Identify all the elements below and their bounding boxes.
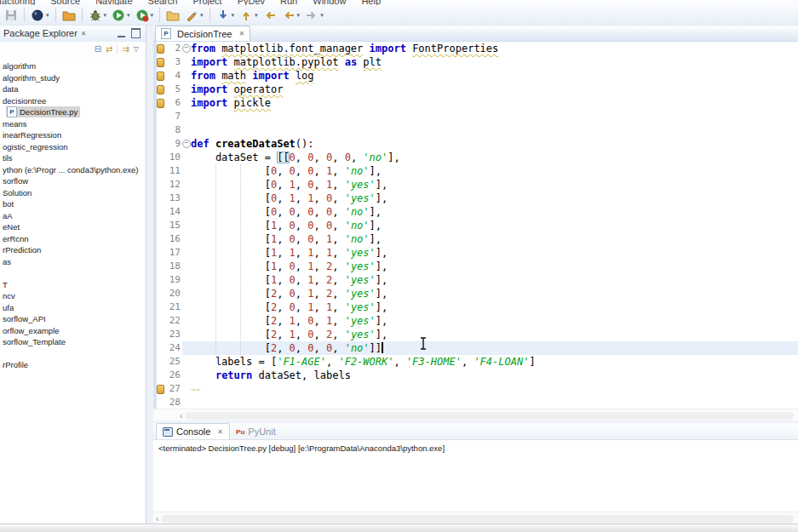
fold-column[interactable] bbox=[182, 96, 191, 110]
tree-item[interactable]: tils bbox=[0, 152, 146, 164]
search-icon[interactable]: ▾ bbox=[183, 7, 205, 24]
fold-column[interactable] bbox=[182, 69, 191, 83]
dropdown-arrow-icon[interactable]: ▾ bbox=[200, 12, 204, 19]
code-line[interactable]: 12 [0, 1, 0, 1, 'yes'], bbox=[153, 178, 798, 192]
tree-item[interactable]: rProfile bbox=[0, 359, 146, 371]
close-icon[interactable]: ✕ bbox=[217, 428, 223, 436]
tree-item[interactable]: PDecisionTree.py bbox=[0, 106, 146, 118]
link-with-editor-icon[interactable]: ⇄ bbox=[106, 45, 112, 54]
minimize-icon[interactable] bbox=[118, 29, 125, 37]
code-editor[interactable]: 2−from matplotlib.font_manager import Fo… bbox=[153, 42, 798, 409]
code-line[interactable]: 7 bbox=[153, 110, 798, 123]
tree-item[interactable]: T bbox=[0, 279, 146, 291]
tree-item[interactable]: sorflow_API bbox=[0, 313, 146, 325]
tree-item[interactable]: sorflow bbox=[0, 175, 146, 187]
collapse-all-icon[interactable]: ⊟ bbox=[95, 45, 101, 54]
fold-column[interactable] bbox=[182, 341, 191, 355]
tab-console[interactable]: Console✕ bbox=[156, 423, 230, 439]
tree-item[interactable]: bot bbox=[0, 198, 146, 210]
scrollbar-track[interactable] bbox=[162, 515, 794, 523]
fold-column[interactable] bbox=[182, 55, 191, 69]
tree-item[interactable]: as bbox=[0, 256, 146, 268]
dropdown-arrow-icon[interactable]: ▾ bbox=[127, 12, 130, 19]
tree-item[interactable] bbox=[0, 267, 146, 279]
fold-column[interactable] bbox=[182, 355, 191, 369]
code-line[interactable]: 16 [1, 0, 0, 1, 'no'], bbox=[153, 232, 798, 246]
debug-icon[interactable]: ▾ bbox=[87, 7, 109, 24]
code-line[interactable]: 10 dataSet = [[0, 0, 0, 0, 'no'], bbox=[153, 151, 798, 164]
collapse-icon[interactable]: − bbox=[182, 140, 191, 148]
tab-decisiontree[interactable]: P DecisionTree ✕ bbox=[155, 26, 250, 41]
scrollbar-track[interactable] bbox=[186, 412, 794, 420]
close-icon[interactable]: ✕ bbox=[238, 30, 244, 37]
dropdown-arrow-icon[interactable]: ▾ bbox=[320, 12, 324, 19]
tree-item[interactable]: aA bbox=[0, 210, 146, 222]
open-resource-icon[interactable] bbox=[164, 7, 181, 24]
fold-column[interactable] bbox=[182, 178, 191, 192]
code-line[interactable]: 24 [2, 0, 0, 0, 'no']] bbox=[153, 341, 798, 355]
dropdown-arrow-icon[interactable]: ▾ bbox=[255, 12, 258, 19]
tree-item[interactable]: means bbox=[0, 118, 146, 130]
previous-annotation-icon[interactable]: ▾ bbox=[238, 7, 260, 24]
tree-item[interactable] bbox=[0, 348, 146, 360]
code-line[interactable]: 23 [2, 1, 0, 2, 'yes'], bbox=[153, 328, 798, 341]
dropdown-arrow-icon[interactable]: ▾ bbox=[151, 12, 154, 19]
coverage-icon[interactable]: ▾ bbox=[134, 7, 156, 24]
code-line[interactable]: 27~~ bbox=[153, 382, 798, 396]
fold-column[interactable] bbox=[182, 205, 191, 219]
code-line[interactable]: 11 [0, 0, 0, 1, 'no'], bbox=[153, 164, 798, 178]
code-line[interactable]: 4from math import log bbox=[153, 69, 798, 83]
code-line[interactable]: 20 [2, 0, 1, 2, 'yes'], bbox=[153, 287, 798, 300]
tree-item[interactable]: ogistic_regression bbox=[0, 141, 146, 153]
editor-horizontal-scrollbar[interactable]: ‹ bbox=[153, 409, 798, 421]
code-line[interactable]: 14 [0, 0, 0, 0, 'no'], bbox=[153, 205, 798, 219]
code-line[interactable]: 26 return dataSet, labels bbox=[153, 369, 798, 382]
tree-item[interactable]: orflow_example bbox=[0, 325, 146, 337]
maximize-icon[interactable] bbox=[131, 28, 141, 38]
tree-item[interactable]: algorithm_study bbox=[0, 72, 146, 84]
run-icon[interactable]: ▾ bbox=[110, 7, 132, 24]
code-line[interactable]: 21 [2, 0, 1, 1, 'yes'], bbox=[153, 300, 798, 314]
back-icon[interactable]: ▾ bbox=[280, 7, 302, 24]
profile-icon[interactable]: ▾ bbox=[29, 7, 51, 24]
code-line[interactable]: 18 [1, 0, 1, 2, 'yes'], bbox=[153, 260, 798, 273]
tab-pyunit[interactable]: PuPyUnit bbox=[230, 424, 282, 439]
package-explorer-tab[interactable]: Package Explorer ✕ bbox=[0, 26, 146, 42]
open-folder-icon[interactable] bbox=[60, 7, 78, 24]
dropdown-arrow-icon[interactable]: ▾ bbox=[46, 12, 49, 19]
tree-item[interactable]: decisiontree bbox=[0, 95, 146, 107]
tree-item[interactable]: ncv bbox=[0, 290, 146, 302]
fold-column[interactable] bbox=[182, 328, 191, 341]
tree-item[interactable]: inearRegression bbox=[0, 129, 146, 141]
tree-item[interactable]: rPrediction bbox=[0, 244, 146, 256]
dropdown-arrow-icon[interactable]: ▾ bbox=[104, 12, 107, 19]
fold-column[interactable] bbox=[182, 123, 191, 137]
code-line[interactable]: 15 [1, 0, 0, 0, 'no'], bbox=[153, 219, 798, 232]
fold-column[interactable] bbox=[182, 246, 191, 260]
code-line[interactable]: 5import operator bbox=[153, 83, 798, 96]
scroll-left-icon[interactable]: ‹ bbox=[153, 512, 162, 524]
code-line[interactable]: 19 [1, 0, 1, 2, 'yes'], bbox=[153, 273, 798, 287]
fold-column[interactable] bbox=[182, 314, 191, 328]
next-annotation-icon[interactable]: ▾ bbox=[215, 7, 237, 24]
collapse-icon[interactable]: − bbox=[182, 44, 191, 53]
code-line[interactable]: 17 [1, 1, 1, 1, 'yes'], bbox=[153, 246, 798, 260]
tree-item[interactable]: algorithm bbox=[0, 60, 146, 72]
fold-column[interactable] bbox=[182, 300, 191, 314]
fold-column[interactable] bbox=[182, 382, 191, 396]
dropdown-arrow-icon[interactable]: ▾ bbox=[297, 12, 301, 19]
scroll-left-icon[interactable]: ‹ bbox=[177, 409, 186, 421]
tree-item[interactable]: data bbox=[0, 83, 146, 95]
fold-column[interactable] bbox=[182, 260, 191, 273]
code-line[interactable]: 8 bbox=[153, 123, 798, 137]
view-menu-icon[interactable]: ▽ bbox=[134, 45, 139, 54]
tree-item[interactable]: sorflow_Template bbox=[0, 336, 146, 348]
console-horizontal-scrollbar[interactable]: ‹ bbox=[153, 512, 798, 524]
fold-column[interactable] bbox=[182, 110, 191, 123]
last-edit-location-icon[interactable] bbox=[261, 7, 278, 24]
focus-on-active-task-icon[interactable]: ⇉ bbox=[122, 45, 129, 54]
code-line[interactable]: 13 [0, 1, 1, 0, 'yes'], bbox=[153, 192, 798, 205]
fold-column[interactable]: − bbox=[182, 137, 191, 151]
close-icon[interactable]: ✕ bbox=[81, 30, 87, 37]
fold-column[interactable] bbox=[182, 192, 191, 205]
